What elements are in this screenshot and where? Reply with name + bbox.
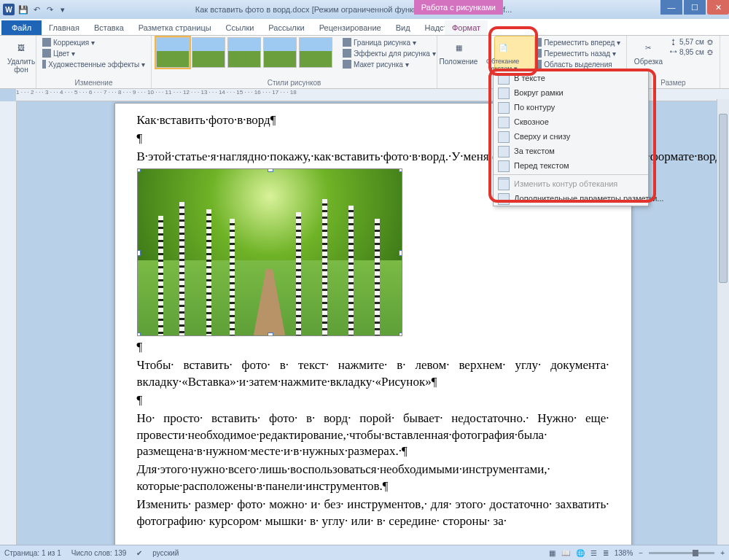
doc-paragraph[interactable]: Для·этого·нужно·всего·лишь·воспользовать… <box>137 462 609 495</box>
close-button[interactable]: ✕ <box>707 0 729 15</box>
resize-handle[interactable] <box>137 250 141 256</box>
width-input[interactable]: ⭤ 8,95 см ⯐ <box>668 47 715 57</box>
layout-icon <box>343 60 351 69</box>
remove-background-button[interactable]: 🖼 Удалить фон <box>4 37 38 75</box>
minimize-button[interactable]: — <box>660 0 682 15</box>
wrap-text-menu: В тексте Вокруг рамки По контуру Сквозно… <box>493 70 649 206</box>
crop-icon: ✂ <box>639 39 657 56</box>
wrap-more-options[interactable]: Дополнительные параметры разметки... <box>494 191 648 206</box>
tab-insert[interactable]: Вставка <box>87 20 131 35</box>
wrap-option-tight[interactable]: По контуру <box>494 100 648 114</box>
style-thumb[interactable] <box>263 37 297 68</box>
vertical-ruler[interactable] <box>0 101 17 553</box>
view-print-layout-icon[interactable]: ▦ <box>549 549 555 557</box>
ribbon-tabs: Файл Главная Вставка Разметка страницы С… <box>0 19 729 36</box>
tab-mailings[interactable]: Рассылки <box>261 20 311 35</box>
tab-review[interactable]: Рецензирование <box>312 20 389 35</box>
group-label-styles: Стили рисунков <box>156 79 432 88</box>
effects-icon <box>42 60 46 69</box>
remove-bg-icon: 🖼 <box>12 39 30 56</box>
wrap-option-behind[interactable]: За текстом <box>494 144 648 158</box>
title-bar: W 💾 ↶ ↷ ▾ Как вставить фото в ворд.docx … <box>0 0 729 19</box>
crop-button[interactable]: ✂ Обрезка <box>631 37 666 67</box>
resize-handle[interactable] <box>399 168 402 172</box>
height-input[interactable]: ⭥ 5,57 см ⯐ <box>668 37 715 47</box>
view-draft-icon[interactable]: ≣ <box>603 549 609 557</box>
picture-effects-button[interactable]: Эффекты для рисунка ▾ <box>341 48 437 58</box>
image-canopy <box>138 169 402 260</box>
resize-handle[interactable] <box>137 332 141 336</box>
doc-paragraph[interactable]: Но· просто· вставить· фото· в· ворд· пор… <box>137 411 609 461</box>
wrap-option-front[interactable]: Перед текстом <box>494 158 648 173</box>
group-picture-styles: Граница рисунка ▾ Эффекты для рисунка ▾ … <box>152 36 437 88</box>
color-button[interactable]: Цвет ▾ <box>41 48 147 58</box>
status-proofing-icon[interactable]: ✔ <box>136 549 142 557</box>
position-button[interactable]: ▦ Положение <box>442 37 475 67</box>
artistic-effects-button[interactable]: Художественные эффекты ▾ <box>41 59 147 69</box>
wrap-option-square[interactable]: Вокруг рамки <box>494 85 648 100</box>
zoom-value[interactable]: 138% <box>615 549 634 557</box>
resize-handle[interactable] <box>137 168 141 172</box>
style-thumb[interactable] <box>156 37 190 68</box>
resize-handle[interactable] <box>268 168 273 172</box>
window-title: Как вставить фото в ворд.docx [Режим огр… <box>124 5 583 14</box>
birch-trunk <box>322 199 327 335</box>
maximize-button[interactable]: ☐ <box>684 0 706 15</box>
wrap-option-topbottom[interactable]: Сверху и снизу <box>494 129 648 144</box>
wrap-option-through[interactable]: Сквозное <box>494 114 648 129</box>
tab-layout[interactable]: Разметка страницы <box>131 20 219 35</box>
doc-paragraph[interactable]: Изменить· размер· фото· можно· и· без· и… <box>137 497 609 530</box>
inserted-image[interactable] <box>137 168 402 336</box>
brightness-icon <box>42 38 51 47</box>
wrap-edit-points: Изменить контур обтекания <box>494 176 648 191</box>
resize-handle[interactable] <box>268 332 273 336</box>
zoom-out-button[interactable]: − <box>639 549 643 557</box>
zoom-in-button[interactable]: + <box>720 549 725 557</box>
tab-references[interactable]: Ссылки <box>219 20 262 35</box>
doc-paragraph[interactable]: ¶ <box>137 392 609 409</box>
styles-gallery[interactable] <box>156 37 332 68</box>
view-web-icon[interactable]: 🌐 <box>576 549 585 557</box>
word-icon: W <box>3 4 15 15</box>
status-page[interactable]: Страница: 1 из 1 <box>4 549 61 557</box>
picture-layout-button[interactable]: Макет рисунка ▾ <box>341 59 437 69</box>
position-icon: ▦ <box>450 39 467 56</box>
picture-border-button[interactable]: Граница рисунка ▾ <box>341 37 437 47</box>
status-words[interactable]: Число слов: 139 <box>71 549 127 557</box>
save-icon[interactable]: 💾 <box>17 4 29 15</box>
birch-trunk <box>158 216 163 335</box>
send-backward-button[interactable]: Переместить назад ▾ <box>531 48 622 58</box>
doc-paragraph[interactable]: ¶ <box>137 339 609 356</box>
wrap-option-inline[interactable]: В тексте <box>494 71 648 85</box>
resize-handle[interactable] <box>399 250 402 256</box>
vertical-scrollbar[interactable] <box>717 99 729 545</box>
style-thumb[interactable] <box>192 37 225 68</box>
tab-home[interactable]: Главная <box>42 20 87 35</box>
group-label-adjust: Изменение <box>41 79 147 88</box>
corrections-button[interactable]: Коррекция ▾ <box>41 37 147 47</box>
status-language[interactable]: русский <box>152 549 179 557</box>
redo-icon[interactable]: ↷ <box>44 4 55 15</box>
bring-forward-button[interactable]: Переместить вперед ▾ <box>531 37 622 47</box>
selection-pane-button[interactable]: Область выделения <box>531 59 622 69</box>
resize-handle[interactable] <box>399 332 402 336</box>
birch-trunk <box>230 219 235 335</box>
qat-more-icon[interactable]: ▾ <box>57 4 69 15</box>
style-thumb[interactable] <box>227 37 261 68</box>
window-controls: — ☐ ✕ <box>660 0 729 15</box>
scrollbar-thumb[interactable] <box>719 114 728 283</box>
file-tab[interactable]: Файл <box>1 20 42 35</box>
birch-trunk <box>375 219 380 335</box>
zoom-slider[interactable] <box>649 552 714 554</box>
undo-icon[interactable]: ↶ <box>31 4 42 15</box>
wrap-text-button[interactable]: 📄 Обтекание текстом ▾ <box>478 37 527 74</box>
style-thumb[interactable] <box>299 37 332 68</box>
doc-paragraph[interactable]: Чтобы· вставить· фото· в· текст· нажмите… <box>137 357 609 391</box>
birch-trunk <box>206 209 211 335</box>
birch-trunk <box>179 202 184 335</box>
tab-format[interactable]: Формат <box>445 20 488 35</box>
view-outline-icon[interactable]: ☰ <box>590 549 597 557</box>
view-read-icon[interactable]: 📖 <box>561 549 570 557</box>
tab-view[interactable]: Вид <box>389 20 418 35</box>
menu-separator <box>494 174 648 175</box>
